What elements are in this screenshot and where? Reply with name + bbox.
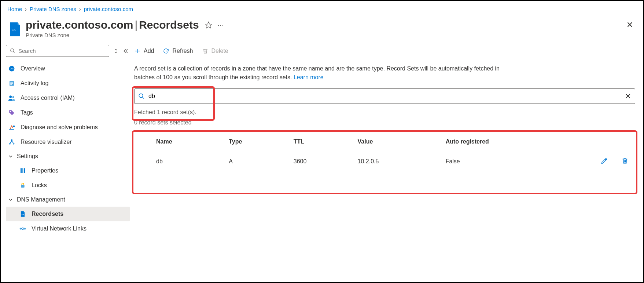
svg-point-14	[11, 139, 13, 141]
description-text: A record set is a collection of records …	[134, 59, 501, 88]
sidebar-item-properties[interactable]: Properties	[6, 163, 130, 178]
expand-collapse-icon[interactable]	[114, 48, 118, 54]
page-subtitle: Private DNS zone	[26, 32, 224, 38]
tag-icon	[8, 109, 15, 116]
log-icon	[8, 80, 15, 87]
edit-button[interactable]	[601, 157, 608, 164]
sidebar-item-visualizer[interactable]: Resource visualizer	[6, 135, 130, 149]
refresh-button-label: Refresh	[172, 48, 193, 54]
breadcrumb-home[interactable]: Home	[7, 6, 22, 12]
sidebar-search[interactable]	[6, 45, 109, 57]
svg-point-12	[10, 111, 11, 112]
col-ttl[interactable]: TTL	[289, 133, 353, 151]
page-header: </> private.contoso.com|Recordsets ⋯ Pri…	[1, 15, 643, 43]
chevron-right-icon: ›	[79, 6, 81, 12]
iam-icon	[8, 94, 15, 102]
svg-line-18	[12, 141, 14, 143]
svg-marker-1	[205, 22, 211, 28]
add-button-label: Add	[144, 48, 154, 54]
recordsets-table: Name Type TTL Value Auto registered db A	[134, 133, 635, 172]
sidebar-item-vnet-links[interactable]: Virtual Network Links	[6, 221, 130, 236]
svg-line-31	[142, 97, 144, 99]
search-icon	[10, 48, 15, 54]
clear-filter-icon[interactable]: ✕	[625, 92, 631, 101]
chevron-down-icon	[8, 154, 13, 159]
svg-point-30	[139, 94, 143, 98]
svg-rect-7	[10, 82, 13, 83]
delete-button: Delete	[202, 48, 228, 54]
filter-search[interactable]: ✕	[134, 88, 635, 104]
sidebar-group-dns[interactable]: DNS Management	[6, 193, 130, 207]
sidebar-item-label: Tags	[21, 109, 33, 116]
recordset-icon: </>	[19, 210, 26, 218]
filter-input[interactable]	[148, 93, 625, 99]
svg-point-25	[24, 228, 26, 230]
svg-rect-8	[10, 83, 13, 84]
sidebar-group-label: Settings	[17, 153, 38, 160]
cell-auto: False	[441, 151, 594, 172]
lock-icon	[19, 182, 26, 189]
svg-line-3	[13, 51, 14, 52]
col-auto[interactable]: Auto registered	[441, 133, 594, 151]
sidebar-group-settings[interactable]: Settings	[6, 149, 130, 163]
svg-line-17	[10, 141, 12, 143]
chevron-down-icon	[8, 197, 13, 202]
breadcrumb-dns-zones[interactable]: Private DNS zones	[30, 6, 76, 12]
sidebar-item-label: Activity log	[21, 80, 48, 87]
breadcrumb-zone[interactable]: private.contoso.com	[84, 6, 133, 12]
sidebar-item-label: Recordsets	[32, 211, 63, 217]
properties-icon	[19, 167, 26, 174]
sidebar-item-label: Diagnose and solve problems	[21, 124, 98, 131]
sidebar-search-input[interactable]	[18, 48, 105, 54]
breadcrumb: Home › Private DNS zones › private.conto…	[1, 1, 643, 15]
sidebar-item-iam[interactable]: Access control (IAM)	[6, 91, 130, 105]
sidebar-item-label: Locks	[32, 182, 47, 189]
cell-name: db	[152, 151, 224, 172]
svg-rect-19	[21, 168, 22, 173]
table-row[interactable]: db A 3600 10.2.0.5 False	[134, 151, 635, 172]
sidebar-group-label: DNS Management	[17, 196, 65, 203]
sidebar-item-label: Resource visualizer	[21, 139, 72, 145]
svg-rect-21	[24, 168, 25, 173]
sidebar-item-recordsets[interactable]: </> Recordsets	[6, 207, 130, 221]
sidebar-item-label: Access control (IAM)	[21, 95, 75, 101]
svg-line-32	[605, 159, 606, 160]
sidebar-item-locks[interactable]: Locks	[6, 178, 130, 193]
sidebar-item-activity-log[interactable]: Activity log	[6, 76, 130, 91]
svg-point-2	[11, 49, 14, 52]
main-content: Add Refresh Delete A record set is a col…	[130, 43, 643, 281]
add-button[interactable]: Add	[134, 48, 154, 54]
svg-rect-20	[22, 168, 23, 173]
svg-point-10	[9, 95, 12, 98]
page-title: private.contoso.com|Recordsets	[26, 19, 199, 31]
col-value[interactable]: Value	[353, 133, 441, 151]
svg-rect-9	[10, 84, 12, 85]
diagnose-icon	[8, 124, 15, 131]
svg-rect-22	[21, 185, 24, 188]
favorite-star-icon[interactable]	[205, 21, 212, 29]
col-name[interactable]: Name	[152, 133, 224, 151]
svg-point-11	[12, 96, 14, 98]
svg-text:</>: </>	[22, 214, 24, 215]
collapse-pane-icon[interactable]	[122, 48, 128, 54]
refresh-button[interactable]: Refresh	[163, 48, 193, 54]
visualizer-icon	[8, 138, 15, 146]
close-icon[interactable]: ✕	[626, 21, 633, 29]
globe-icon: DNS	[8, 65, 15, 72]
col-type[interactable]: Type	[224, 133, 289, 151]
delete-row-button[interactable]	[622, 157, 628, 164]
trash-icon	[202, 48, 209, 54]
more-icon[interactable]: ⋯	[217, 21, 224, 29]
refresh-icon	[163, 48, 169, 54]
svg-point-24	[20, 228, 22, 230]
sidebar-item-overview[interactable]: DNS Overview	[6, 61, 130, 76]
sidebar-item-label: Overview	[21, 65, 45, 72]
search-icon	[138, 93, 145, 99]
sidebar: DNS Overview Activity log Access control…	[1, 43, 130, 281]
sidebar-item-tags[interactable]: Tags	[6, 105, 130, 120]
svg-text:</>: </>	[12, 28, 16, 32]
learn-more-link[interactable]: Learn more	[294, 74, 324, 80]
cell-type: A	[224, 151, 289, 172]
cell-value: 10.2.0.5	[353, 151, 441, 172]
sidebar-item-diagnose[interactable]: Diagnose and solve problems	[6, 120, 130, 135]
